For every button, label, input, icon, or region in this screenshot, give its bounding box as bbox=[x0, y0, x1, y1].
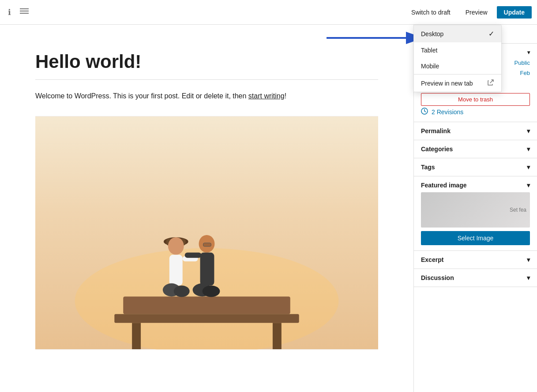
menu-button[interactable] bbox=[17, 4, 31, 20]
post-divider bbox=[35, 79, 378, 80]
svg-rect-10 bbox=[273, 323, 282, 349]
tablet-label: Tablet bbox=[421, 47, 437, 54]
permalink-header[interactable]: Permalink ▾ bbox=[421, 127, 530, 134]
permalink-label: Permalink bbox=[421, 127, 451, 134]
external-link-icon bbox=[487, 79, 494, 87]
permalink-chevron: ▾ bbox=[527, 127, 530, 134]
info-button[interactable]: ℹ bbox=[5, 5, 14, 20]
excerpt-section: Excerpt ▾ bbox=[414, 251, 537, 269]
svg-rect-20 bbox=[185, 252, 202, 258]
post-image bbox=[35, 116, 378, 350]
revisions-label: 2 Revisions bbox=[432, 108, 463, 116]
svg-rect-2 bbox=[20, 13, 29, 14]
svg-point-13 bbox=[168, 237, 184, 255]
svg-rect-21 bbox=[203, 243, 211, 246]
dropdown-tablet[interactable]: Tablet bbox=[414, 42, 501, 58]
select-image-button[interactable]: Select Image bbox=[421, 231, 530, 245]
body-end: ! bbox=[285, 92, 286, 100]
chevron-down-icon: ▾ bbox=[527, 49, 530, 56]
preview-dropdown: Desktop ✓ Tablet Mobile Preview in new t… bbox=[413, 25, 502, 92]
clock-icon bbox=[421, 108, 428, 116]
topbar-right: Switch to draft Preview Update bbox=[406, 6, 532, 19]
desktop-checkmark: ✓ bbox=[488, 30, 494, 38]
editor-area: Hello world! Welcome to WordPress. This … bbox=[0, 25, 413, 392]
svg-rect-9 bbox=[132, 323, 141, 349]
svg-rect-1 bbox=[20, 11, 29, 11]
permalink-section: Permalink ▾ bbox=[414, 122, 537, 140]
publish-value[interactable]: Feb bbox=[520, 70, 530, 76]
switch-to-draft-button[interactable]: Switch to draft bbox=[406, 6, 456, 19]
post-body: Welcome to WordPress. This is your first… bbox=[35, 90, 378, 102]
excerpt-header[interactable]: Excerpt ▾ bbox=[421, 256, 530, 263]
dropdown-desktop[interactable]: Desktop ✓ bbox=[414, 25, 501, 42]
featured-image-header[interactable]: Featured image ▾ bbox=[421, 182, 530, 189]
couple-image bbox=[35, 116, 378, 350]
mobile-label: Mobile bbox=[421, 63, 439, 70]
discussion-label: Discussion bbox=[421, 274, 454, 281]
info-icon: ℹ bbox=[8, 7, 11, 17]
categories-header[interactable]: Categories ▾ bbox=[421, 146, 530, 153]
set-featured-label: Set fea bbox=[510, 207, 526, 213]
revisions-row[interactable]: 2 Revisions bbox=[421, 108, 530, 116]
preview-new-tab-label: Preview in new tab bbox=[421, 80, 473, 87]
move-to-trash-button[interactable]: Move to trash bbox=[421, 93, 530, 106]
featured-image-thumb: Set fea bbox=[421, 192, 530, 228]
topbar: ℹ Switch to draft Preview Update bbox=[0, 0, 537, 25]
dropdown-mobile[interactable]: Mobile bbox=[414, 58, 501, 74]
discussion-section: Discussion ▾ bbox=[414, 269, 537, 287]
tags-section: Tags ▾ bbox=[414, 158, 537, 176]
visibility-value[interactable]: Public bbox=[514, 60, 530, 66]
categories-chevron: ▾ bbox=[527, 146, 530, 153]
update-button[interactable]: Update bbox=[497, 6, 532, 19]
svg-rect-19 bbox=[200, 252, 214, 285]
svg-point-17 bbox=[174, 285, 190, 297]
tags-chevron: ▾ bbox=[527, 164, 530, 171]
body-text: Welcome to WordPress. This is your first… bbox=[35, 92, 248, 100]
svg-rect-14 bbox=[169, 254, 183, 285]
dropdown-preview-new-tab[interactable]: Preview in new tab bbox=[414, 75, 501, 92]
excerpt-chevron: ▾ bbox=[527, 256, 530, 263]
svg-rect-8 bbox=[114, 314, 299, 323]
discussion-header[interactable]: Discussion ▾ bbox=[421, 274, 530, 281]
svg-rect-7 bbox=[123, 296, 290, 314]
menu-icon bbox=[20, 7, 29, 18]
categories-label: Categories bbox=[421, 146, 453, 153]
tags-label: Tags bbox=[421, 164, 435, 171]
categories-section: Categories ▾ bbox=[414, 140, 537, 158]
svg-rect-0 bbox=[20, 8, 29, 9]
featured-chevron: ▾ bbox=[527, 182, 530, 189]
discussion-chevron: ▾ bbox=[527, 274, 530, 281]
start-writing-link[interactable]: start writing bbox=[248, 92, 285, 100]
preview-button[interactable]: Preview bbox=[460, 6, 493, 19]
featured-image-label: Featured image bbox=[421, 182, 466, 189]
tags-header[interactable]: Tags ▾ bbox=[421, 164, 530, 171]
post-title[interactable]: Hello world! bbox=[35, 51, 378, 72]
excerpt-label: Excerpt bbox=[421, 256, 443, 263]
desktop-label: Desktop bbox=[421, 30, 443, 37]
svg-point-23 bbox=[203, 285, 220, 297]
topbar-left: ℹ bbox=[5, 4, 31, 20]
featured-image-section: Featured image ▾ Set fea Select Image bbox=[414, 176, 537, 251]
